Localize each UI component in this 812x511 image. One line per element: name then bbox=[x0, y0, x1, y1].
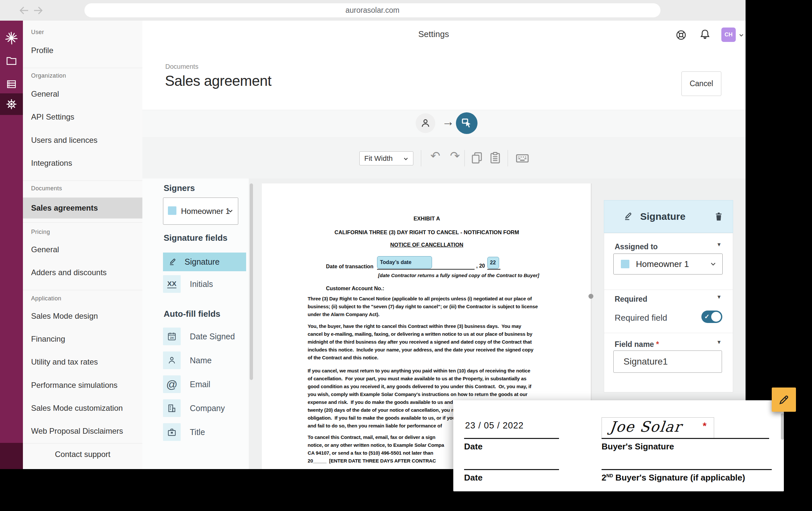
chevron-down-icon bbox=[709, 260, 717, 268]
signature-line bbox=[464, 438, 559, 439]
nav-item-web-proposal-disclaimers[interactable]: Web Proposal Disclaimers bbox=[31, 427, 123, 436]
field-tool-email[interactable]: @ Email bbox=[163, 375, 210, 393]
help-icon[interactable] bbox=[675, 29, 687, 41]
field-tool-name[interactable]: Name bbox=[163, 351, 212, 369]
collapse-triangle-icon[interactable]: ▼ bbox=[717, 294, 722, 300]
projects-folder-icon[interactable] bbox=[0, 51, 23, 72]
undo-icon[interactable]: ↶ bbox=[430, 150, 440, 162]
nav-item-sales-mode-design[interactable]: Sales Mode design bbox=[31, 312, 98, 321]
url-bar[interactable]: aurorasolar.com bbox=[84, 3, 661, 17]
document-toolbar: Fit Width ↶ ↷ bbox=[142, 137, 746, 179]
nav-item-financing[interactable]: Financing bbox=[31, 334, 65, 344]
preview-scrollbar-thumb[interactable] bbox=[781, 413, 784, 439]
field-name-input[interactable] bbox=[613, 350, 722, 373]
field-tool-initials[interactable]: XX Initials bbox=[163, 275, 213, 293]
workflow-band: → bbox=[142, 110, 746, 137]
avatar[interactable]: CH bbox=[721, 28, 736, 42]
collapse-triangle-icon[interactable]: ▼ bbox=[717, 242, 722, 248]
nav-divider bbox=[23, 181, 142, 181]
browser-forward-icon[interactable] bbox=[32, 5, 44, 17]
signer-color-swatch bbox=[621, 260, 629, 268]
todays-date-field[interactable]: Today’s date bbox=[377, 256, 432, 269]
nav-item-general[interactable]: General bbox=[31, 89, 59, 99]
signature-preview-card: 23 / 05 / 2022 Date Joe Solar * Buyer's … bbox=[453, 400, 784, 491]
nav-item-sales-mode-customization[interactable]: Sales Mode customization bbox=[31, 404, 123, 413]
notifications-bell-icon[interactable] bbox=[698, 28, 712, 41]
fields-panel-scrollbar[interactable] bbox=[250, 183, 253, 380]
field-tool-title[interactable]: Title bbox=[163, 423, 205, 441]
settings-gear-icon[interactable] bbox=[0, 94, 23, 115]
field-tool-company[interactable]: Company bbox=[163, 399, 225, 417]
app-rail bbox=[0, 21, 23, 469]
breadcrumb: Documents bbox=[165, 63, 198, 71]
avatar-chevron-down-icon[interactable] bbox=[737, 31, 745, 39]
field-type-label: Signature bbox=[640, 211, 685, 222]
arrow-right-icon: → bbox=[442, 115, 454, 129]
toolbar-divider bbox=[464, 150, 465, 166]
nav-divider bbox=[23, 68, 142, 68]
app-header: Settings CH bbox=[142, 21, 746, 46]
nav-item-users-licences[interactable]: Users and licences bbox=[31, 136, 97, 145]
field-placement-step-icon[interactable] bbox=[456, 112, 477, 134]
nav-divider bbox=[23, 222, 142, 223]
nav-item-utility-tax-rates[interactable]: Utility and tax rates bbox=[31, 357, 98, 367]
nav-item-label: Sales agreements bbox=[31, 204, 98, 213]
signer-color-swatch bbox=[168, 206, 176, 215]
doc-underline bbox=[377, 269, 474, 270]
nav-item-integrations[interactable]: Integrations bbox=[31, 159, 72, 168]
required-field-label: Required field bbox=[615, 313, 667, 323]
pencil-icon bbox=[168, 258, 177, 267]
year-field[interactable]: 22 bbox=[487, 257, 499, 269]
nav-item-profile[interactable]: Profile bbox=[31, 46, 53, 55]
fields-panel: Signers Homeowner 1 Signature fields Sig… bbox=[142, 179, 249, 469]
paste-clipboard-icon[interactable] bbox=[488, 151, 502, 165]
contact-support-link[interactable]: Contact support bbox=[23, 450, 142, 459]
aurora-logo-icon[interactable] bbox=[0, 28, 23, 49]
signer-select[interactable]: Homeowner 1 bbox=[163, 197, 238, 225]
assigned-to-select[interactable]: Homeowner 1 bbox=[613, 253, 723, 274]
url-text: aurorasolar.com bbox=[346, 6, 400, 15]
nav-item-pricing-general[interactable]: General bbox=[31, 245, 59, 254]
doc-date-label: Date of transaction bbox=[326, 264, 373, 270]
nav-item-adders-discounts[interactable]: Adders and discounts bbox=[31, 268, 107, 277]
svg-text:24: 24 bbox=[170, 336, 174, 339]
nav-section-documents: Documents bbox=[31, 185, 62, 192]
page-section-title: Settings bbox=[142, 29, 725, 39]
nav-item-sales-agreements[interactable]: Sales agreements bbox=[23, 197, 142, 218]
building-icon bbox=[163, 399, 181, 417]
doc-date-suffix: , 20 bbox=[476, 263, 485, 269]
rail-footer-block bbox=[0, 443, 23, 469]
field-tool-signature[interactable]: Signature bbox=[163, 252, 246, 271]
copy-icon[interactable] bbox=[470, 151, 484, 165]
keyboard-icon[interactable] bbox=[515, 151, 529, 165]
nav-section-organization: Organization bbox=[31, 72, 66, 79]
delete-field-trash-icon[interactable] bbox=[713, 211, 724, 222]
browser-back-icon[interactable] bbox=[18, 5, 30, 17]
cancel-button[interactable]: Cancel bbox=[682, 72, 721, 96]
signature-field-box[interactable]: Joe Solar * bbox=[602, 417, 714, 439]
nav-divider bbox=[23, 290, 142, 290]
doc-underline bbox=[487, 269, 500, 270]
date-label: Date bbox=[464, 441, 483, 452]
redo-icon[interactable]: ↷ bbox=[450, 150, 460, 162]
collapse-triangle-icon[interactable]: ▼ bbox=[717, 339, 722, 345]
briefcase-icon bbox=[163, 423, 181, 441]
field-tool-date-signed[interactable]: 24 Date Signed bbox=[163, 328, 235, 345]
required-asterisk: * bbox=[703, 420, 706, 431]
doc-title: EXHIBIT A bbox=[262, 216, 592, 222]
doc-paragraph: You, the buyer, have the right to cancel… bbox=[308, 322, 556, 361]
signature-line bbox=[602, 438, 769, 439]
list-database-icon[interactable] bbox=[0, 74, 23, 95]
edit-signature-button[interactable] bbox=[772, 387, 796, 412]
zoom-value: Fit Width bbox=[364, 154, 393, 163]
nav-item-performance-simulations[interactable]: Performance simulations bbox=[31, 381, 117, 390]
signer-step-icon[interactable] bbox=[416, 113, 435, 133]
assigned-to-label: Assigned to bbox=[615, 242, 658, 251]
panel-divider bbox=[604, 290, 733, 290]
field-name-label: Field name * bbox=[615, 340, 659, 349]
zoom-select[interactable]: Fit Width bbox=[359, 151, 413, 165]
document-scrollbar-thumb[interactable] bbox=[588, 294, 593, 299]
nav-item-api-settings[interactable]: API Settings bbox=[31, 112, 74, 122]
document-page-header: Documents Sales agreement Cancel bbox=[142, 46, 746, 110]
required-toggle[interactable]: ✓ bbox=[701, 311, 722, 323]
